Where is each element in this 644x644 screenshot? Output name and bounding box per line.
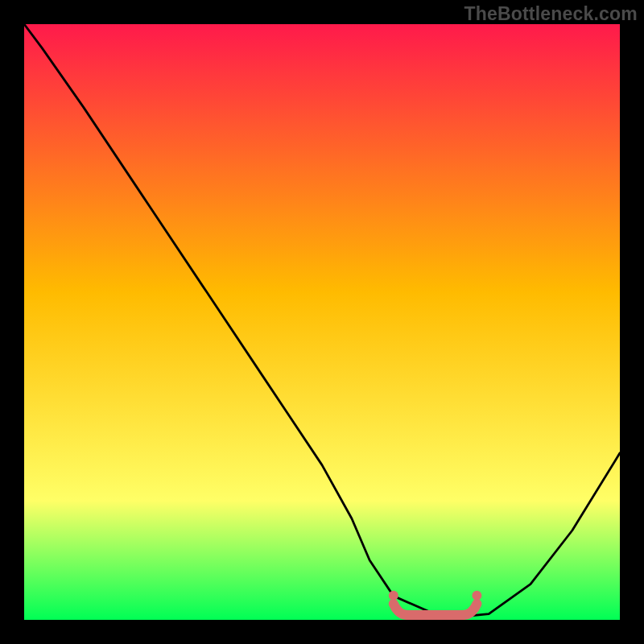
gradient-background [24, 24, 620, 620]
chart-svg [24, 24, 620, 620]
optimal-range-right-cap [472, 591, 481, 601]
chart-plot-area [24, 24, 620, 620]
watermark-text: TheBottleneck.com [464, 3, 638, 25]
chart-frame: TheBottleneck.com [0, 0, 644, 644]
optimal-range-left-cap [389, 591, 398, 601]
